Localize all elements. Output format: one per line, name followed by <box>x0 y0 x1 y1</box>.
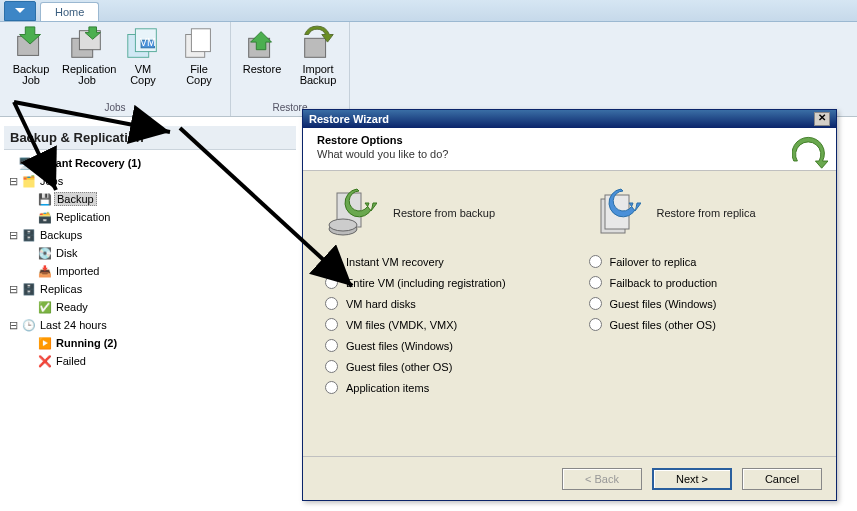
svg-text:VM: VM <box>140 37 156 48</box>
replication-job-button[interactable]: ReplicationJob <box>62 26 112 86</box>
dialog-titlebar[interactable]: Restore Wizard ✕ <box>303 110 836 128</box>
close-button[interactable]: ✕ <box>814 112 830 126</box>
backup-job-button[interactable]: BackupJob <box>6 26 56 86</box>
replica-server-icon <box>585 185 641 241</box>
tree-node-running[interactable]: ▶️ Running (2) <box>4 334 296 352</box>
tree-label: Ready <box>54 301 88 313</box>
app-menu-button[interactable] <box>4 1 36 21</box>
option-vm-files[interactable]: VM files (VMDK, VMX) <box>325 318 555 331</box>
option-failover-to-replica[interactable]: Failover to replica <box>589 255 819 268</box>
radio-input[interactable] <box>325 381 338 394</box>
backup-job-icon <box>12 26 50 62</box>
ready-icon: ✅ <box>36 301 54 314</box>
tree-node-imported[interactable]: 📥 Imported <box>4 262 296 280</box>
radio-input[interactable] <box>325 297 338 310</box>
option-label: Guest files (Windows) <box>346 340 453 352</box>
tree-label: Instant Recovery (1) <box>34 157 141 169</box>
tree-node-failed[interactable]: ❌ Failed <box>4 352 296 370</box>
file-copy-button[interactable]: FileCopy <box>174 26 224 86</box>
replicas-icon: 🗄️ <box>20 283 38 296</box>
tree-node-instant-recovery[interactable]: 🖥️ Instant Recovery (1) <box>4 154 296 172</box>
tree-node-backup[interactable]: 💾 Backup <box>4 190 296 208</box>
dialog-body: Restore from backup Instant VM recovery … <box>303 171 836 456</box>
tree-label: Disk <box>54 247 77 259</box>
dialog-title: Restore Wizard <box>309 113 389 125</box>
tree-label: Backups <box>38 229 82 241</box>
ribbon-group-jobs: BackupJob ReplicationJob VM VMCopy FileC… <box>0 22 231 116</box>
option-guest-files-other[interactable]: Guest files (other OS) <box>325 360 555 373</box>
tree-collapse-icon[interactable]: ⊟ <box>6 175 20 188</box>
tree-node-backups[interactable]: ⊟ 🗄️ Backups <box>4 226 296 244</box>
option-instant-vm-recovery[interactable]: Instant VM recovery <box>325 255 555 268</box>
dialog-heading: Restore Options <box>317 134 826 146</box>
replication-job-icon <box>68 26 106 62</box>
chevron-down-icon <box>15 8 25 14</box>
restore-arrow-icon <box>792 134 828 170</box>
restore-from-replica-column: Restore from replica Failover to replica… <box>585 185 819 442</box>
option-label: Guest files (other OS) <box>610 319 716 331</box>
radio-input[interactable] <box>325 360 338 373</box>
import-backup-button[interactable]: ImportBackup <box>293 26 343 86</box>
tree-node-ready[interactable]: ✅ Ready <box>4 298 296 316</box>
option-failback-to-production[interactable]: Failback to production <box>589 276 819 289</box>
column-title: Restore from replica <box>657 207 756 219</box>
tree-collapse-icon[interactable]: ⊟ <box>6 319 20 332</box>
radio-input[interactable] <box>325 339 338 352</box>
vm-copy-button[interactable]: VM VMCopy <box>118 26 168 86</box>
option-entire-vm[interactable]: Entire VM (including registration) <box>325 276 555 289</box>
server-icon: 🖥️ <box>16 157 34 170</box>
tree-collapse-icon[interactable]: ⊟ <box>6 229 20 242</box>
title-bar: Home <box>0 0 857 22</box>
disk-icon: 💽 <box>36 247 54 260</box>
radio-input[interactable] <box>589 297 602 310</box>
panel-title: Backup & Replication <box>4 126 296 150</box>
tree-node-last24[interactable]: ⊟ 🕒 Last 24 hours <box>4 316 296 334</box>
clock-icon: 🕒 <box>20 319 38 332</box>
option-replica-guest-files-other[interactable]: Guest files (other OS) <box>589 318 819 331</box>
backup-icon: 💾 <box>36 193 54 206</box>
tree-collapse-icon[interactable]: ⊟ <box>6 283 20 296</box>
radio-input[interactable] <box>325 255 338 268</box>
tree-node-replicas[interactable]: ⊟ 🗄️ Replicas <box>4 280 296 298</box>
tree-node-jobs[interactable]: ⊟ 🗂️ Jobs <box>4 172 296 190</box>
option-label: Instant VM recovery <box>346 256 444 268</box>
option-label: Entire VM (including registration) <box>346 277 506 289</box>
radio-input[interactable] <box>325 318 338 331</box>
failed-icon: ❌ <box>36 355 54 368</box>
option-label: Failback to production <box>610 277 718 289</box>
option-application-items[interactable]: Application items <box>325 381 555 394</box>
backup-server-icon <box>321 185 377 241</box>
tree-node-disk[interactable]: 💽 Disk <box>4 244 296 262</box>
import-backup-icon <box>299 26 337 62</box>
radio-input[interactable] <box>589 276 602 289</box>
tree-label: Running (2) <box>54 337 117 349</box>
running-icon: ▶️ <box>36 337 54 350</box>
next-button[interactable]: Next > <box>652 468 732 490</box>
dialog-header: Restore Options What would you like to d… <box>303 128 836 171</box>
tree-label: Jobs <box>38 175 63 187</box>
ribbon-group-label: Jobs <box>0 102 230 116</box>
tree-label: Replication <box>54 211 110 223</box>
option-replica-guest-files-windows[interactable]: Guest files (Windows) <box>589 297 819 310</box>
replication-icon: 🗃️ <box>36 211 54 224</box>
option-label: Guest files (Windows) <box>610 298 717 310</box>
imported-icon: 📥 <box>36 265 54 278</box>
radio-input[interactable] <box>589 318 602 331</box>
radio-input[interactable] <box>589 255 602 268</box>
option-vm-hard-disks[interactable]: VM hard disks <box>325 297 555 310</box>
tab-home[interactable]: Home <box>40 2 99 21</box>
tree-label: Backup <box>54 192 97 206</box>
restore-wizard-dialog: Restore Wizard ✕ Restore Options What wo… <box>302 109 837 501</box>
option-label: Guest files (other OS) <box>346 361 452 373</box>
dialog-footer: < Back Next > Cancel <box>303 456 836 500</box>
tree: 🖥️ Instant Recovery (1) ⊟ 🗂️ Jobs 💾 Back… <box>4 154 296 370</box>
radio-input[interactable] <box>325 276 338 289</box>
restore-button[interactable]: Restore <box>237 26 287 86</box>
cancel-button[interactable]: Cancel <box>742 468 822 490</box>
tree-label: Last 24 hours <box>38 319 107 331</box>
option-guest-files-windows[interactable]: Guest files (Windows) <box>325 339 555 352</box>
ribbon-group-restore: Restore ImportBackup Restore <box>231 22 350 116</box>
tree-node-replication[interactable]: 🗃️ Replication <box>4 208 296 226</box>
option-label: Application items <box>346 382 429 394</box>
option-label: Failover to replica <box>610 256 697 268</box>
